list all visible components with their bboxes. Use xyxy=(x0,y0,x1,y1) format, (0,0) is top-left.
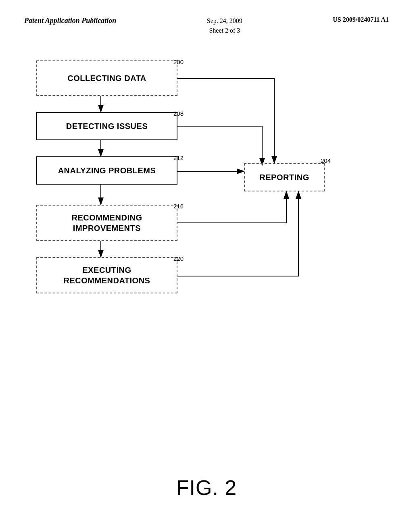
diagram-area: COLLECTING DATA 200 DETECTING ISSUES 208… xyxy=(24,52,371,335)
reporting-box: REPORTING xyxy=(244,163,325,191)
collecting-data-box: COLLECTING DATA xyxy=(36,60,177,96)
reporting-num: 204 xyxy=(321,157,331,164)
header-left-label: Patent Application Publication xyxy=(24,16,116,25)
recommending-box: RECOMMENDING IMPROVEMENTS xyxy=(36,205,177,241)
recommending-num: 216 xyxy=(173,203,184,210)
collecting-data-num: 200 xyxy=(173,58,184,65)
figure-caption: FIG. 2 xyxy=(0,476,413,500)
header-right-patent: US 2009/0240711 A1 xyxy=(333,16,389,23)
executing-label: EXECUTING RECOMMENDATIONS xyxy=(64,265,150,286)
analyzing-problems-label: ANALYZING PROBLEMS xyxy=(58,166,156,175)
header-sheet: Sheet 2 of 3 xyxy=(209,27,240,34)
header-date: Sep. 24, 2009 xyxy=(207,17,242,24)
reporting-label: REPORTING xyxy=(259,173,309,182)
recommending-label: RECOMMENDING IMPROVEMENTS xyxy=(72,212,142,233)
executing-box: EXECUTING RECOMMENDATIONS xyxy=(36,257,177,293)
analyzing-problems-box: ANALYZING PROBLEMS xyxy=(36,156,177,185)
header-center: Sep. 24, 2009 Sheet 2 of 3 xyxy=(207,16,242,35)
analyzing-problems-num: 212 xyxy=(173,154,184,161)
detecting-issues-box: DETECTING ISSUES xyxy=(36,112,177,140)
detecting-issues-label: DETECTING ISSUES xyxy=(66,122,148,131)
executing-num: 220 xyxy=(173,255,184,262)
collecting-data-label: COLLECTING DATA xyxy=(67,74,146,83)
detecting-issues-num: 208 xyxy=(173,110,184,117)
page-header: Patent Application Publication Sep. 24, … xyxy=(0,0,413,44)
